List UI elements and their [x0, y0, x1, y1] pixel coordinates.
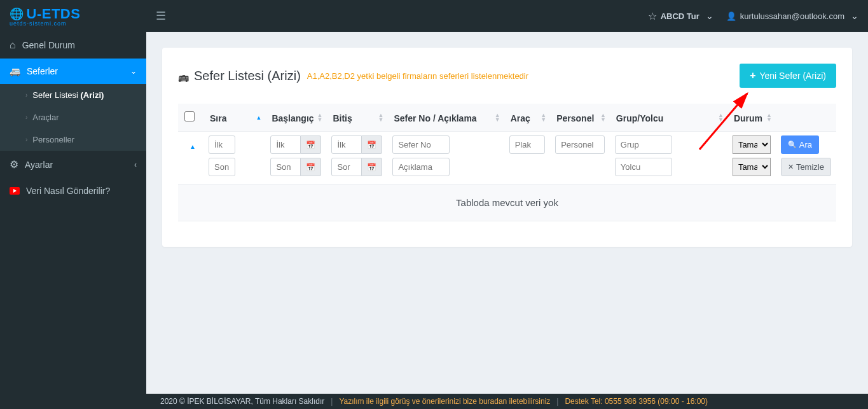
page-title: Sefer Listesi (Arizi) — [178, 69, 301, 83]
footer-support[interactable]: Destek Tel: 0555 986 3956 (09:00 - 16:00… — [565, 397, 708, 406]
sidebar-item-video-help[interactable]: Veri Nasıl Gönderilir? — [0, 178, 146, 204]
sidebar-subitem-sefer-listesi[interactable]: › Sefer Listesi (Arizi) — [0, 84, 146, 106]
chevron-right-icon: › — [25, 92, 27, 99]
filter-seferno[interactable] — [392, 135, 450, 154]
calendar-icon[interactable]: 📅 — [362, 135, 382, 154]
filter-plaka[interactable] — [509, 135, 546, 154]
home-icon — [10, 39, 16, 51]
footer-feedback-link[interactable]: Yazılım ile ilgili görüş ve önerileriniz… — [339, 397, 550, 406]
col-bitis[interactable]: Bitiş▲▼ — [326, 104, 387, 132]
sidebar-submenu-seferler: › Sefer Listesi (Arizi) › Araçlar › Pers… — [0, 84, 146, 151]
chevron-down-icon: ⌄ — [130, 67, 137, 76]
empty-message: Tabloda mevcut veri yok — [178, 184, 836, 221]
footer-copyright: 2020 © İPEK BİLGİSAYAR, Tüm Hakları Sakl… — [160, 397, 324, 406]
company-selector[interactable]: ABCD Tur — [648, 10, 713, 22]
globe-icon: 🌐 — [10, 7, 24, 21]
card-sefer-listesi: Sefer Listesi (Arizi) A1,A2,B2,D2 yetki … — [162, 48, 852, 247]
footer: 2020 © İPEK BİLGİSAYAR, Tüm Hakları Sakl… — [0, 394, 868, 409]
select-all-checkbox[interactable] — [184, 111, 195, 121]
filter-bitis-ilk[interactable] — [331, 135, 362, 154]
col-seferno[interactable]: Sefer No / Açıklama▲▼ — [387, 104, 504, 132]
sidebar-item-label: Personeller — [32, 135, 74, 144]
sidebar: Genel Durum 🚐 Seferler ⌄ › Sefer Listesi… — [0, 32, 146, 394]
card-header: Sefer Listesi (Arizi) A1,A2,B2,D2 yetki … — [178, 64, 836, 88]
col-actions — [776, 104, 836, 132]
sort-indicator-icon: ▲ — [189, 143, 196, 150]
filter-grup[interactable] — [615, 135, 672, 154]
chevron-right-icon: › — [25, 114, 27, 121]
sidebar-item-label: Seferler — [27, 66, 58, 76]
filter-durum-2[interactable]: Tamamı — [733, 158, 771, 176]
filter-personel[interactable] — [555, 135, 605, 154]
logo[interactable]: 🌐U-ETDS uetds-sistemi.com — [0, 0, 146, 32]
page-subtitle: A1,A2,B2,D2 yetki belgeli firmaların sef… — [307, 71, 528, 81]
filter-bitis-sor[interactable] — [331, 158, 362, 176]
user-menu[interactable]: 👤 kurtulussahan@outlook.com — [726, 11, 858, 21]
new-sefer-button[interactable]: Yeni Sefer (Arizi) — [740, 64, 836, 88]
filter-sira-ilk[interactable] — [209, 135, 235, 154]
sidebar-item-genel-durum[interactable]: Genel Durum — [0, 32, 146, 59]
filter-aciklama[interactable] — [392, 158, 450, 176]
calendar-icon[interactable]: 📅 — [362, 158, 382, 176]
user-icon: 👤 — [726, 11, 736, 21]
chevron-left-icon: ‹ — [134, 160, 137, 169]
filter-sira-son[interactable] — [209, 158, 235, 176]
sefer-table: Sıra▲ Başlangıç▲▼ Bitiş▲▼ Sefer No / Açı… — [178, 104, 836, 221]
gear-icon — [10, 158, 18, 170]
chevron-right-icon: › — [25, 136, 27, 143]
user-email: kurtulussahan@outlook.com — [740, 11, 844, 21]
filter-baslangic-son[interactable] — [270, 158, 301, 176]
calendar-icon[interactable]: 📅 — [301, 158, 321, 176]
col-grup[interactable]: Grup/Yolcu▲▼ — [610, 104, 727, 132]
sidebar-item-label: Genel Durum — [22, 40, 75, 50]
chevron-down-icon — [703, 11, 713, 21]
filter-baslangic-ilk[interactable] — [270, 135, 301, 154]
col-arac[interactable]: Araç▲▼ — [504, 104, 551, 132]
col-sira[interactable]: Sıra▲ — [203, 104, 265, 132]
youtube-icon — [10, 187, 20, 195]
col-baslangic[interactable]: Başlangıç▲▼ — [265, 104, 326, 132]
sidebar-item-label: Veri Nasıl Gönderilir? — [26, 186, 110, 196]
clear-button[interactable]: Temizle — [781, 158, 831, 176]
calendar-icon[interactable]: 📅 — [301, 135, 321, 154]
bus-icon: 🚐 — [10, 66, 20, 76]
main-content: Sefer Listesi (Arizi) A1,A2,B2,D2 yetki … — [146, 32, 868, 394]
bus-icon — [178, 69, 189, 83]
filter-durum-1[interactable]: Tamamı — [733, 135, 771, 154]
sidebar-item-seferler[interactable]: 🚐 Seferler ⌄ — [0, 59, 146, 84]
star-icon — [648, 10, 657, 22]
table-empty-row: Tabloda mevcut veri yok — [178, 184, 836, 221]
col-personel[interactable]: Personel▲▼ — [550, 104, 610, 132]
sidebar-item-ayarlar[interactable]: Ayarlar ‹ — [0, 151, 146, 178]
search-button[interactable]: Ara — [781, 135, 819, 154]
sidebar-item-label: Araçlar — [32, 113, 59, 122]
sidebar-subitem-personeller[interactable]: › Personeller — [0, 128, 146, 151]
col-checkbox — [178, 104, 203, 132]
sidebar-subitem-araclar[interactable]: › Araçlar — [0, 106, 146, 128]
menu-toggle-icon[interactable]: ☰ — [146, 9, 176, 23]
filter-yolcu[interactable] — [615, 158, 672, 176]
company-name: ABCD Tur — [661, 11, 699, 21]
chevron-down-icon — [848, 11, 858, 21]
col-durum[interactable]: Durum▲▼ — [727, 104, 776, 132]
topbar: 🌐U-ETDS uetds-sistemi.com ☰ ABCD Tur 👤 k… — [0, 0, 868, 32]
sidebar-item-label: Ayarlar — [25, 160, 53, 170]
filter-row: ▲ 📅 📅 📅 📅 — [178, 132, 836, 184]
